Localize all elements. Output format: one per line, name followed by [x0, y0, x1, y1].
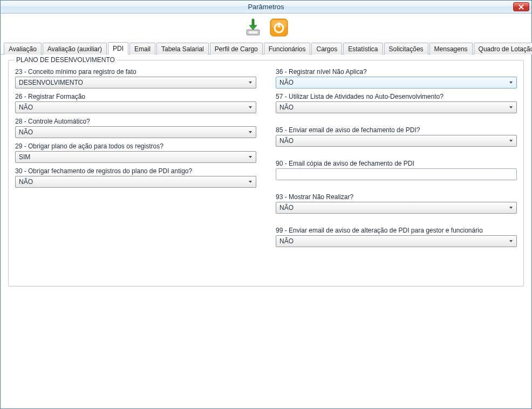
groupbox-plano-desenvolvimento: PLANO DE DESENVOLVIMENTO 23 - Conceito m… — [8, 60, 524, 287]
select-arrow — [246, 176, 255, 187]
window-title: Parâmetros — [248, 3, 284, 11]
tab-content: PLANO DE DESENVOLVIMENTO 23 - Conceito m… — [1, 54, 531, 408]
field-label: 26 - Registrar Formação — [15, 93, 256, 100]
power-button[interactable] — [268, 17, 290, 38]
select-value: NÃO — [279, 79, 294, 86]
select-value: NÃO — [19, 104, 33, 111]
select-box[interactable]: DESENVOLVIMENTO — [15, 77, 256, 88]
power-icon — [269, 18, 289, 37]
select-value: NÃO — [279, 204, 294, 212]
select-value: NÃO — [279, 237, 294, 245]
close-button[interactable] — [513, 2, 529, 11]
chevron-down-icon — [509, 239, 513, 243]
save-button[interactable] — [242, 17, 264, 38]
field-label: 30 - Obrigar fechamento de registros do … — [15, 167, 256, 175]
tab-estatistica[interactable]: Estatística — [343, 43, 383, 54]
toolbar — [1, 13, 531, 40]
select-arrow — [507, 77, 515, 88]
select-value: NÃO — [279, 104, 294, 111]
select-box[interactable]: NÃO — [15, 126, 256, 138]
tab-cargos[interactable]: Cargos — [311, 43, 342, 54]
columns: 23 - Conceito mínimo para registro de fa… — [15, 66, 517, 247]
select-box[interactable]: NÃO — [276, 135, 517, 147]
chevron-down-icon — [509, 105, 513, 110]
field-label: 36 - Registrar nível Não Aplica? — [276, 68, 517, 76]
tab-avaliacao-auxiliar[interactable]: Avaliação (auxiliar) — [43, 43, 107, 54]
tab-avaliacao[interactable]: Avaliação — [4, 43, 42, 54]
tab-mensagens[interactable]: Mensagens — [429, 43, 473, 54]
chevron-down-icon — [248, 180, 253, 184]
field-label: 85 - Enviar email de aviso de fechamento… — [276, 126, 517, 134]
select-value: NÃO — [19, 128, 33, 136]
chevron-down-icon — [509, 206, 513, 210]
field-label: 28 - Controle Automático? — [15, 118, 256, 125]
field-label: 93 - Mostrar Não Realizar? — [276, 193, 517, 201]
select-box[interactable]: SIM — [15, 151, 256, 163]
field-label: 90 - Email cópia de aviso de fechamento … — [276, 160, 517, 167]
select-arrow — [246, 102, 255, 113]
select-box[interactable]: NÃO — [276, 202, 517, 214]
select-box[interactable]: NÃO — [276, 77, 517, 88]
tab-pdi[interactable]: PDI — [108, 42, 128, 54]
tab-funcionarios[interactable]: Funcionários — [264, 43, 311, 54]
text-input[interactable] — [276, 168, 517, 180]
select-arrow — [507, 236, 515, 247]
chevron-down-icon — [248, 80, 253, 85]
select-box[interactable]: NÃO — [276, 235, 517, 247]
select-value: SIM — [19, 153, 30, 161]
tab-quadro-lotacao[interactable]: Quadro de Lotação — [474, 43, 532, 54]
select-arrow — [507, 135, 515, 146]
tab-perfil-cargo[interactable]: Perfil de Cargo — [210, 43, 263, 54]
field-label: 57 - Utilizar Lista de Atividades no Aut… — [276, 93, 517, 100]
chevron-down-icon — [248, 155, 253, 159]
select-value: NÃO — [19, 178, 33, 186]
select-arrow — [246, 77, 255, 88]
titlebar: Parâmetros — [1, 1, 531, 13]
tab-solicitacoes[interactable]: Solicitações — [384, 43, 428, 54]
select-value: DESENVOLVIMENTO — [19, 79, 83, 86]
select-arrow — [507, 202, 515, 213]
right-column: 36 - Registrar nível Não Aplica?NÃO57 - … — [276, 66, 517, 247]
chevron-down-icon — [248, 105, 253, 110]
window: Parâmetros Avaliação Avaliação (auxiliar… — [0, 0, 532, 409]
select-box[interactable]: NÃO — [15, 176, 256, 188]
tab-tabela-salarial[interactable]: Tabela Salarial — [156, 43, 209, 54]
groupbox-title: PLANO DE DESENVOLVIMENTO — [14, 56, 117, 64]
chevron-down-icon — [509, 139, 513, 143]
tab-bar: Avaliação Avaliação (auxiliar) PDI Email… — [1, 42, 531, 54]
chevron-down-icon — [509, 80, 513, 85]
left-column: 23 - Conceito mínimo para registro de fa… — [15, 66, 256, 247]
select-arrow — [246, 152, 255, 162]
field-label: 29 - Obrigar plano de ação para todos os… — [15, 142, 256, 150]
select-box[interactable]: NÃO — [276, 101, 517, 113]
select-arrow — [507, 102, 515, 113]
select-arrow — [246, 127, 255, 138]
tab-email[interactable]: Email — [129, 43, 155, 54]
close-icon — [519, 4, 524, 10]
chevron-down-icon — [248, 130, 253, 134]
select-box[interactable]: NÃO — [15, 101, 256, 113]
save-download-icon — [243, 18, 263, 37]
field-label: 23 - Conceito mínimo para registro de fa… — [15, 68, 256, 76]
svg-rect-1 — [248, 31, 258, 34]
select-value: NÃO — [279, 137, 294, 145]
svg-rect-5 — [278, 22, 280, 28]
field-label: 99 - Enviar email de aviso de alteração … — [276, 227, 517, 234]
